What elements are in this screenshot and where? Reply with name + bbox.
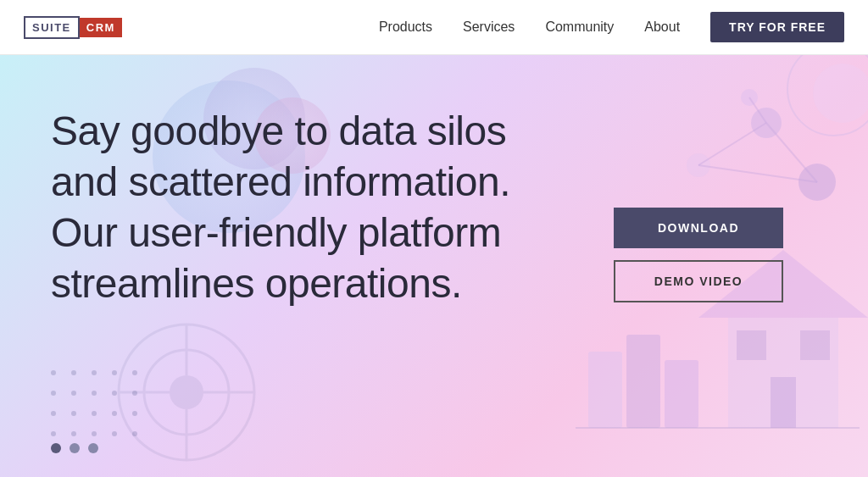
- pagination-dot-1[interactable]: [51, 443, 61, 453]
- demo-video-button[interactable]: DEMO VIDEO: [614, 260, 783, 302]
- nav-links: Products Services Community About TRY FO…: [379, 12, 844, 42]
- crm-watermark: [102, 308, 271, 477]
- svg-line-6: [698, 165, 817, 182]
- pagination-dots: [51, 443, 98, 453]
- logo-suite-text: SUITE: [24, 16, 80, 39]
- svg-line-5: [766, 123, 817, 182]
- try-for-free-button[interactable]: TRY FOR FREE: [710, 12, 844, 42]
- logo-crm-text: CRM: [80, 18, 122, 37]
- svg-point-18: [813, 64, 868, 123]
- nav-community[interactable]: Community: [545, 19, 614, 35]
- navbar: SUITE CRM Products Services Community Ab…: [0, 0, 868, 55]
- svg-line-4: [698, 123, 766, 165]
- svg-rect-15: [588, 352, 622, 428]
- svg-rect-10: [771, 377, 796, 428]
- nav-products[interactable]: Products: [379, 19, 432, 35]
- logo[interactable]: SUITE CRM: [24, 16, 122, 39]
- svg-rect-14: [626, 335, 660, 428]
- hero-headline: Say goodbye to data silos and scattered …: [51, 106, 559, 309]
- svg-point-21: [170, 375, 203, 409]
- hero-content: Say goodbye to data silos and scattered …: [51, 106, 559, 309]
- download-button[interactable]: DOWNLOAD: [614, 208, 783, 248]
- pagination-dot-2[interactable]: [70, 443, 80, 453]
- pagination-dot-3[interactable]: [88, 443, 98, 453]
- svg-rect-13: [665, 360, 698, 428]
- nav-about[interactable]: About: [644, 19, 680, 35]
- svg-rect-11: [737, 330, 766, 360]
- svg-rect-12: [800, 330, 830, 360]
- hero-buttons: DOWNLOAD DEMO VIDEO: [614, 208, 783, 302]
- nav-services[interactable]: Services: [463, 19, 515, 35]
- hero-section: Say goodbye to data silos and scattered …: [0, 55, 868, 477]
